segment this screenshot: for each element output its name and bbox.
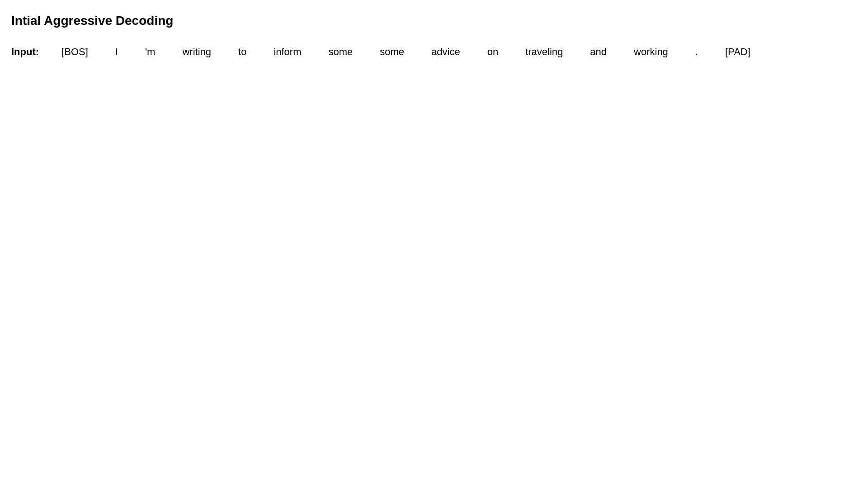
input-label: Input: xyxy=(11,46,39,58)
input-row: Input: [BOS]I'mwritingtoinformsomesomead… xyxy=(11,46,857,58)
token-7: some xyxy=(366,46,418,58)
page-title: Intial Aggressive Decoding xyxy=(11,14,857,28)
token-5: inform xyxy=(260,46,315,58)
token-6: some xyxy=(315,46,367,58)
page-container: Intial Aggressive Decoding Input: [BOS]I… xyxy=(0,0,868,71)
token-9: on xyxy=(474,46,512,58)
token-12: working xyxy=(620,46,682,58)
token-3: writing xyxy=(169,46,225,58)
token-8: advice xyxy=(418,46,474,58)
token-0: [BOS] xyxy=(48,46,102,58)
token-4: to xyxy=(225,46,260,58)
token-11: and xyxy=(576,46,620,58)
token-2: 'm xyxy=(132,46,169,58)
tokens-container: [BOS]I'mwritingtoinformsomesomeadviceont… xyxy=(48,46,764,58)
token-13: . xyxy=(682,46,712,58)
token-10: traveling xyxy=(512,46,576,58)
token-1: I xyxy=(102,46,132,58)
token-14: [PAD] xyxy=(712,46,764,58)
